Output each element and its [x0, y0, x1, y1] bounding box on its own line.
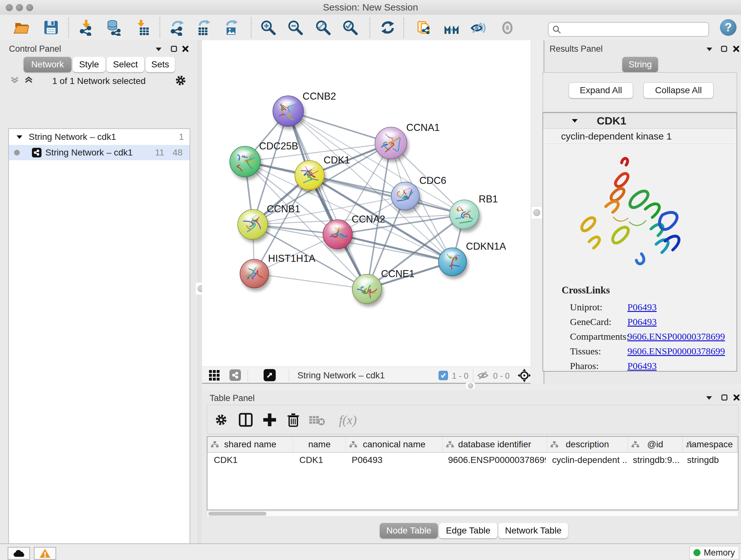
search-input[interactable] — [548, 22, 709, 37]
network-options-gear-icon[interactable] — [174, 74, 187, 87]
node-CDKN1A[interactable] — [439, 246, 467, 276]
close-panel-icon[interactable] — [182, 45, 189, 52]
column-header--id[interactable]: @id — [628, 437, 683, 452]
maximize-panel-icon[interactable] — [171, 45, 178, 52]
selected-nodes-checkbox-icon[interactable] — [439, 371, 448, 380]
import-table-from-file-icon[interactable] — [133, 18, 151, 37]
node-CCNB2[interactable] — [273, 96, 304, 126]
zoom-in-icon[interactable] — [259, 18, 277, 37]
tab-string[interactable]: String — [622, 57, 658, 72]
network-collection-row[interactable]: String Network – cdk1 1 — [9, 129, 190, 145]
table-options-gear-icon[interactable] — [213, 412, 229, 428]
close-panel-icon[interactable] — [733, 394, 740, 401]
tab-select[interactable]: Select — [107, 57, 144, 72]
crosslink-tissues[interactable]: 9606.ENSP00000378699 — [627, 346, 725, 356]
import-network-from-file-icon[interactable] — [77, 18, 95, 37]
node-label-CCNB1: CCNB1 — [267, 203, 300, 214]
table-cell[interactable]: CDK1 — [293, 453, 345, 468]
tab-network-table[interactable]: Network Table — [498, 523, 568, 538]
tab-edge-table[interactable]: Edge Table — [439, 523, 497, 538]
crosslink-compartments[interactable]: 9606.ENSP00000378699 — [627, 331, 725, 341]
node-CCNE1[interactable] — [352, 274, 382, 304]
export-table-icon[interactable] — [195, 18, 213, 37]
zoom-out-icon[interactable] — [286, 18, 304, 37]
node-CCNA1[interactable] — [375, 127, 407, 159]
table-cell[interactable]: cyclin-dependent ... — [546, 453, 626, 468]
table-cell[interactable]: stringdb — [681, 453, 735, 468]
cdk1-entry-header[interactable]: CDK1 — [543, 113, 737, 129]
close-panel-icon[interactable] — [733, 45, 740, 52]
splitter-handle[interactable] — [531, 206, 542, 219]
float-panel-icon[interactable] — [706, 47, 713, 52]
export-network-icon[interactable] — [169, 18, 186, 37]
new-network-from-selection-icon[interactable] — [415, 18, 433, 37]
network-row[interactable]: String Network – cdk1 11 48 — [9, 145, 190, 160]
float-panel-icon[interactable] — [155, 47, 162, 52]
collapse-collection-icon[interactable] — [16, 134, 23, 139]
table-cell[interactable]: CDK1 — [207, 453, 293, 468]
tab-style[interactable]: Style — [73, 57, 105, 72]
node-HIST1H1A[interactable] — [240, 259, 270, 288]
delete-column-trash-icon[interactable] — [285, 412, 301, 428]
network-canvas[interactable]: CCNB2CCNA1CDC25BCDK1CDC6RB1CCNB1CCNA2CDK… — [202, 40, 530, 367]
hide-selected-icon[interactable] — [469, 18, 487, 37]
maximize-panel-icon[interactable] — [721, 394, 728, 401]
table-cell[interactable]: stringdb:9... — [626, 453, 681, 468]
tab-network[interactable]: Network — [23, 57, 71, 72]
open-session-icon[interactable] — [13, 18, 30, 37]
save-session-icon[interactable] — [42, 18, 60, 37]
help-button[interactable]: ? — [720, 19, 737, 36]
column-header-database-identifier[interactable]: database identifier — [443, 437, 547, 452]
split-table-view-icon[interactable] — [238, 412, 254, 428]
table-cell[interactable]: 9606.ENSP00000378699 — [442, 453, 546, 468]
collapse-entry-icon[interactable] — [571, 118, 578, 123]
apply-preferred-layout-icon[interactable] — [379, 18, 397, 37]
detach-view-icon[interactable] — [264, 369, 276, 381]
hidden-counter: 0 - 0 — [493, 371, 510, 381]
close-window-button[interactable] — [6, 4, 13, 11]
first-neighbors-icon[interactable] — [443, 18, 461, 37]
column-header-name[interactable]: name — [293, 437, 346, 452]
warnings-button[interactable] — [34, 547, 56, 560]
minimize-window-button[interactable] — [16, 4, 23, 11]
collapse-all-button[interactable]: Collapse All — [643, 82, 714, 98]
zoom-fit-content-icon[interactable] — [314, 18, 332, 37]
node-RB1[interactable] — [450, 200, 479, 229]
crosslink-row: Tissues:9606.ENSP00000378699 — [570, 344, 737, 359]
node-CDC25B[interactable] — [230, 146, 260, 177]
crosslink-uniprot[interactable]: P06493 — [627, 302, 657, 312]
node-CDK1[interactable] — [295, 161, 324, 190]
node-CDC6[interactable] — [391, 182, 419, 210]
crosslink-genecard[interactable]: P06493 — [627, 316, 657, 327]
column-header-shared-name[interactable]: shared name — [207, 437, 293, 452]
zoom-selected-region-icon[interactable] — [341, 18, 359, 37]
table-cell[interactable]: P06493 — [345, 453, 442, 468]
zoom-window-button[interactable] — [26, 4, 33, 11]
tab-node-table[interactable]: Node Table — [380, 523, 438, 538]
scrollbar-thumb[interactable] — [208, 512, 266, 516]
birds-eye-grid-icon[interactable] — [209, 370, 220, 381]
create-column-plus-icon[interactable] — [261, 412, 278, 428]
string-style-icon[interactable] — [229, 369, 241, 381]
export-image-icon[interactable] — [223, 18, 241, 37]
fit-selected-crosshair-icon[interactable] — [517, 368, 531, 382]
expand-all-button[interactable]: Expand All — [569, 82, 633, 98]
cloud-status-button[interactable] — [8, 547, 30, 560]
table-panel: Table Panel f(x) shared namenamecanonica… — [202, 390, 741, 543]
column-header-description[interactable]: description — [547, 437, 628, 452]
column-header-canonical-name[interactable]: canonical name — [346, 437, 443, 452]
node-CCNA2[interactable] — [323, 220, 352, 249]
table-horizontal-scrollbar[interactable] — [207, 511, 738, 516]
edge-HIST1H1A-CCNE1[interactable] — [254, 273, 367, 289]
node-CCNB1[interactable] — [238, 209, 268, 240]
tab-sets[interactable]: Sets — [145, 57, 175, 72]
show-all-icon[interactable] — [498, 18, 516, 37]
splitter-handle[interactable] — [465, 382, 475, 389]
memory-button[interactable]: Memory — [689, 546, 739, 559]
crosslink-pharos[interactable]: P06493 — [627, 361, 657, 371]
column-header-namespace[interactable]: namespace — [683, 437, 737, 452]
maximize-panel-icon[interactable] — [721, 45, 728, 52]
float-panel-icon[interactable] — [705, 395, 713, 400]
table-row[interactable]: CDK1CDK1P064939606.ENSP00000378699cyclin… — [207, 453, 738, 468]
import-network-from-database-icon[interactable] — [105, 18, 123, 37]
